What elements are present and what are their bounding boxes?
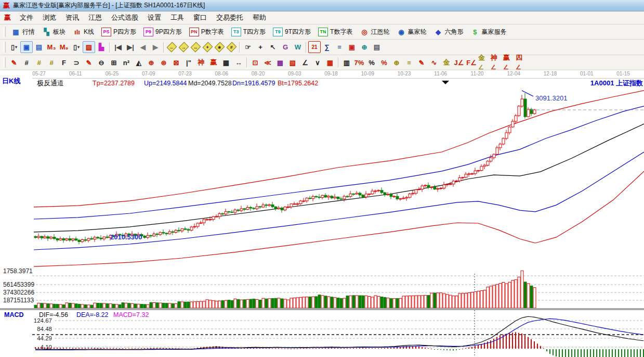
next-page-button[interactable]: ▶	[149, 41, 162, 53]
j-angle-button[interactable]: J∠	[453, 57, 465, 69]
ying-angle-button[interactable]: 赢∠	[503, 57, 515, 69]
gold-box-button[interactable]: 金	[440, 57, 453, 69]
n2-grid-button[interactable]: n²	[120, 57, 133, 69]
toolbar-winner-service-button[interactable]: $赢家服务	[467, 26, 510, 38]
mirror-angle-button[interactable]: ◭	[133, 57, 145, 69]
toolbar-winner-wheel-button[interactable]: ◉赢家轮	[393, 26, 430, 38]
menu-资讯[interactable]: 资讯	[61, 12, 84, 23]
menu-交易委托[interactable]: 交易委托	[212, 12, 248, 23]
web-square-button[interactable]: ⊠	[170, 57, 182, 69]
info-clipboard-button[interactable]: ▤	[33, 41, 45, 53]
toolbar-quotes-button[interactable]: ▦行情	[8, 26, 38, 38]
f-angle-button[interactable]: F∠	[465, 57, 478, 69]
save-button[interactable]: ▣	[346, 41, 358, 53]
menu-帮助[interactable]: 帮助	[248, 12, 271, 23]
calculator-button[interactable]: ∑	[321, 41, 333, 53]
gold-lines-button[interactable]: ≡	[403, 57, 415, 69]
fan-lines-button[interactable]: ≪	[261, 57, 274, 69]
pane-separator[interactable]	[0, 308, 644, 310]
diamond-star-button[interactable]: ∗	[214, 41, 226, 53]
date-tick: 10-09	[361, 71, 374, 76]
toolbar-9t-square-button[interactable]: T99T四方形	[269, 26, 314, 38]
candle-style-dropdown-button[interactable]: ▯▾	[70, 41, 83, 53]
fib-grid-button[interactable]: F	[58, 57, 70, 69]
menu-江恩[interactable]: 江恩	[84, 12, 107, 23]
mini-chart-3-button[interactable]: M₃	[45, 41, 58, 53]
menu-窗口[interactable]: 窗口	[189, 12, 212, 23]
tick-marks-button[interactable]: |"	[182, 57, 195, 69]
menu-公式选股[interactable]: 公式选股	[107, 12, 143, 23]
toolbar-sectors-button[interactable]: ▚板块	[38, 26, 69, 38]
toolbar-9p-square-button[interactable]: P99P四方形	[140, 26, 186, 38]
spider-web-button[interactable]: ⊛	[157, 57, 170, 69]
overlap-squares-button[interactable]: ▩	[274, 57, 286, 69]
percent-7-button[interactable]: 7%	[353, 57, 365, 69]
wave-tool-button[interactable]: ∿	[428, 57, 440, 69]
toolbar-t-square-button[interactable]: T3T四方形	[228, 26, 269, 38]
toolbar-gann-wheel-button[interactable]: ◎江恩轮	[356, 26, 393, 38]
angle-line-button[interactable]: ∠	[299, 57, 311, 69]
target-circle-button[interactable]: ⊕	[145, 57, 157, 69]
chart-canvas[interactable]: 05-2706-1106-2507-0907-2308-0608-2009-03…	[0, 70, 644, 357]
diamond-all-button[interactable]: #	[226, 41, 238, 53]
gann-gift-tool-button[interactable]: G	[279, 41, 292, 53]
macd-dea-label: DEA=-8.22	[76, 311, 109, 318]
prev-page-button[interactable]: ◀	[137, 41, 149, 53]
percent-line-button[interactable]: %	[378, 57, 390, 69]
cycle-circle-button[interactable]: ⊖	[95, 57, 108, 69]
toolbar-grip	[3, 27, 6, 37]
pattern-tool-button[interactable]: ▨	[83, 41, 95, 53]
rect-select-button[interactable]: ⊡	[249, 57, 261, 69]
export-button[interactable]: ⊕	[358, 41, 371, 53]
draw-pencil-button[interactable]: ✎	[8, 57, 20, 69]
square-lines-button[interactable]: ▧	[286, 57, 299, 69]
gold-angle-button[interactable]: 金∠	[478, 57, 490, 69]
si-angle-button[interactable]: 四∠	[515, 57, 528, 69]
toolbar-t-number-table-button[interactable]: TNT数字表	[314, 26, 356, 38]
width-measure-button[interactable]: ↔	[232, 57, 245, 69]
mini-chart-9-button[interactable]: M₉	[58, 41, 70, 53]
shen-grid-button[interactable]: 神	[195, 57, 207, 69]
menu-文件[interactable]: 文件	[15, 12, 38, 23]
calendar-button[interactable]: 21	[308, 41, 321, 53]
volume-bars-tool-button[interactable]: ▥	[340, 57, 353, 69]
toolbar-p-number-table-button[interactable]: PNP数字表	[186, 26, 228, 38]
pencil-grid-button[interactable]: ✎	[83, 57, 95, 69]
diamond-shift-left-button[interactable]: ←	[166, 41, 178, 53]
pointer-tool-button[interactable]: ↖	[267, 41, 279, 53]
percent-button[interactable]: %	[365, 57, 378, 69]
shen-angle-button[interactable]: 神∠	[490, 57, 503, 69]
profile-histogram-button[interactable]: ▙	[95, 41, 108, 53]
menu-设置[interactable]: 设置	[143, 12, 166, 23]
diamond-shift-right-button[interactable]: →	[178, 41, 190, 53]
toolbar-kline-button[interactable]: ılıK线	[69, 26, 98, 38]
gold-circle-button[interactable]: ⊕	[390, 57, 403, 69]
diamond-expand-button[interactable]: ↔	[190, 41, 202, 53]
gann-grid-gold-1-button[interactable]: #	[33, 57, 45, 69]
menu-浏览[interactable]: 浏览	[38, 12, 61, 23]
ying-grid-button[interactable]: 赢	[207, 57, 220, 69]
toolbar-p-square-button[interactable]: PSP四方形	[98, 26, 140, 38]
ruler-123-button[interactable]: ▦	[220, 57, 232, 69]
menu-工具[interactable]: 工具	[166, 12, 189, 23]
print-button[interactable]: ▤	[371, 41, 383, 53]
first-bar-button[interactable]: |◀	[112, 41, 124, 53]
brush-button[interactable]: ✎	[415, 57, 428, 69]
marker-triangle-icon[interactable]	[442, 81, 449, 84]
kline-period-dropdown-button[interactable]: ▯▾	[8, 41, 20, 53]
diamond-move-button[interactable]: +	[202, 41, 214, 53]
hand-tool-button[interactable]: ☞	[242, 41, 254, 53]
dense-grid-button[interactable]: ⊞	[108, 57, 120, 69]
gann-grid-button[interactable]: #	[20, 57, 33, 69]
gann-grid-gold-2-button[interactable]: #	[45, 57, 58, 69]
macd-value-label: MACD=7.32	[113, 311, 149, 318]
notes-button[interactable]: ≡	[333, 41, 346, 53]
last-bar-button[interactable]: ▶|	[124, 41, 137, 53]
gann-wheel-tool-button[interactable]: W	[292, 41, 304, 53]
toolbar-hexagon-button[interactable]: ◆六角形	[430, 26, 467, 38]
crosshair-tool-button[interactable]: +	[254, 41, 267, 53]
red-grid-button[interactable]: ▦	[324, 57, 336, 69]
zigzag-line-button[interactable]: ∨	[311, 57, 324, 69]
channel-tool-button[interactable]: ▣	[20, 41, 33, 53]
spiral-grid-button[interactable]: ⊃	[70, 57, 83, 69]
